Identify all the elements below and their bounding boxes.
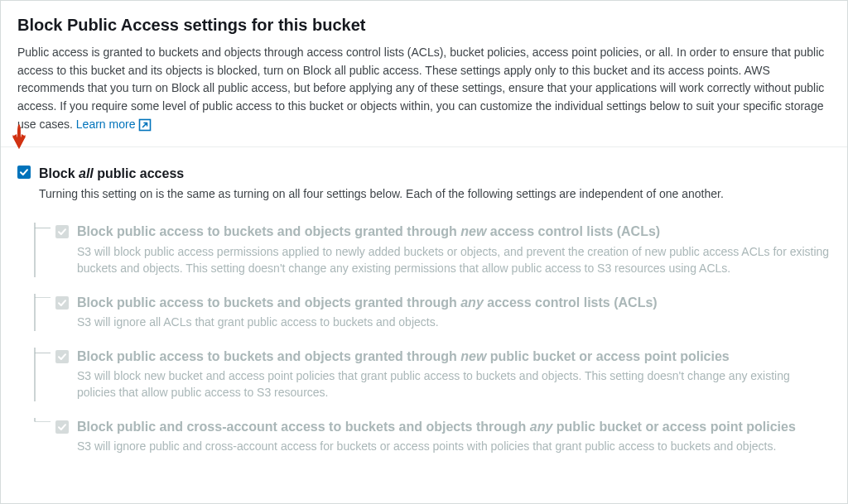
sub-setting-text: Block public access to buckets and objec… bbox=[77, 294, 658, 331]
block-all-checkbox[interactable] bbox=[17, 166, 31, 179]
block-all-label-pre: Block bbox=[39, 166, 79, 180]
sub-checkbox-any-policy bbox=[55, 420, 69, 434]
sub-desc: S3 will ignore all ACLs that grant publi… bbox=[77, 314, 658, 330]
sub-label-pre: Block public and cross-account access to… bbox=[77, 420, 530, 434]
arrow-annotation-icon bbox=[9, 124, 29, 156]
sub-label-em: any bbox=[530, 420, 553, 434]
sub-label: Block public access to buckets and objec… bbox=[77, 348, 831, 366]
sub-label-pre: Block public access to buckets and objec… bbox=[77, 349, 460, 363]
sub-label: Block public access to buckets and objec… bbox=[77, 294, 658, 312]
sub-settings-tree: Block public access to buckets and objec… bbox=[22, 209, 831, 454]
sub-setting-row: Block public access to buckets and objec… bbox=[22, 223, 831, 276]
tree-connector-icon bbox=[22, 294, 55, 331]
sub-checkbox-new-acl bbox=[55, 225, 69, 238]
sub-label-pre: Block public access to buckets and objec… bbox=[77, 295, 460, 310]
sub-label: Block public access to buckets and objec… bbox=[77, 223, 831, 241]
panel-title: Block Public Access settings for this bu… bbox=[17, 12, 831, 37]
sub-setting-row: Block public access to buckets and objec… bbox=[22, 348, 831, 401]
sub-label-post: public bucket or access point policies bbox=[486, 349, 729, 363]
sub-setting-row: Block public and cross-account access to… bbox=[22, 418, 831, 455]
external-link-icon bbox=[138, 118, 152, 132]
sub-checkbox-new-policy bbox=[55, 350, 69, 363]
block-all-row: Block all public access Turning this set… bbox=[17, 164, 831, 203]
tree-connector-icon bbox=[22, 223, 55, 276]
sub-checkbox-any-acl bbox=[55, 296, 69, 310]
sub-setting-row: Block public access to buckets and objec… bbox=[22, 294, 831, 331]
sub-setting-text: Block public access to buckets and objec… bbox=[77, 348, 831, 401]
block-all-label-post: public access bbox=[94, 166, 184, 180]
sub-label-post: access control lists (ACLs) bbox=[484, 295, 658, 310]
sub-setting-text: Block public and cross-account access to… bbox=[77, 418, 796, 455]
sub-label-post: access control lists (ACLs) bbox=[486, 224, 660, 238]
sub-desc: S3 will block public access permissions … bbox=[77, 243, 831, 277]
sub-label-post: public bucket or access point policies bbox=[552, 420, 795, 434]
panel-body: Block all public access Turning this set… bbox=[1, 147, 847, 461]
sub-label-em: new bbox=[460, 349, 486, 363]
sub-desc: S3 will block new bucket and access poin… bbox=[77, 367, 831, 401]
panel-description: Public access is granted to buckets and … bbox=[17, 44, 831, 133]
learn-more-text: Learn more bbox=[76, 116, 136, 134]
tree-connector-icon bbox=[22, 418, 55, 455]
block-all-sublabel: Turning this setting on is the same as t… bbox=[39, 185, 724, 203]
sub-label-em: any bbox=[460, 295, 484, 310]
block-all-text: Block all public access Turning this set… bbox=[39, 164, 724, 203]
sub-desc: S3 will ignore public and cross-account … bbox=[77, 438, 796, 454]
learn-more-link[interactable]: Learn more bbox=[76, 116, 152, 134]
block-all-label-em: all bbox=[79, 166, 94, 180]
tree-connector-icon bbox=[22, 348, 55, 401]
block-public-access-panel: Block Public Access settings for this bu… bbox=[0, 0, 848, 504]
sub-label-pre: Block public access to buckets and objec… bbox=[77, 224, 460, 238]
sub-label: Block public and cross-account access to… bbox=[77, 418, 796, 436]
block-all-label: Block all public access bbox=[39, 164, 724, 184]
panel-header: Block Public Access settings for this bu… bbox=[1, 1, 847, 147]
sub-label-em: new bbox=[460, 224, 486, 238]
sub-setting-text: Block public access to buckets and objec… bbox=[77, 223, 831, 276]
